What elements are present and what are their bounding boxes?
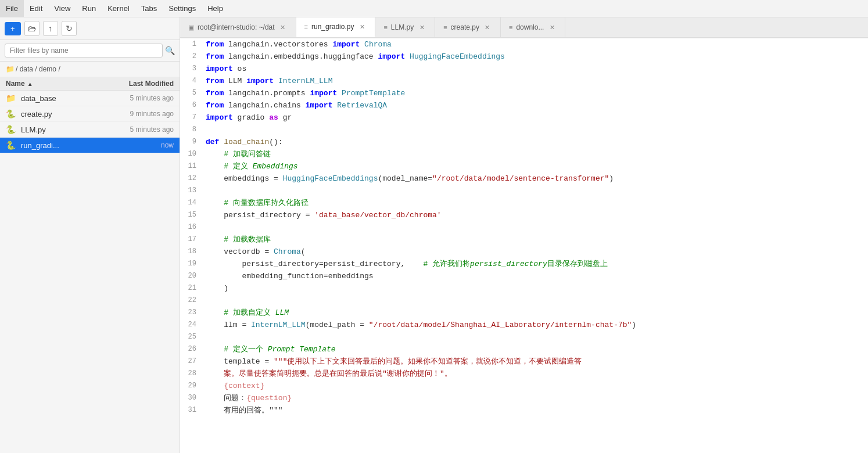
tab-downlo[interactable]: ≡ downlo... ✕ [501,17,565,37]
line-number: 28 [180,368,203,380]
menu-bar: File Edit View Run Kernel Tabs Settings … [0,0,868,17]
line-content: persist_directory = 'data_base/vector_db… [203,209,868,221]
menu-file[interactable]: File [0,0,24,17]
code-line: 22 [180,294,868,307]
file-modified: 5 minutes ago [98,125,174,134]
file-browser-sidebar: + 🗁 ↑ ↻ 🔍 📁 / data / demo / Name [0,17,180,453]
line-content [203,331,868,343]
line-number: 22 [180,294,203,307]
code-editor[interactable]: 1from langchain.vectorstores import Chro… [180,38,868,453]
line-number: 19 [180,258,203,270]
tab-create[interactable]: ≡ create.py ✕ [435,17,501,37]
line-number: 4 [180,75,203,87]
line-number: 17 [180,233,203,246]
tab-label: LLM.py [391,23,414,31]
line-number: 11 [180,160,203,172]
tab-llm[interactable]: ≡ LLM.py ✕ [375,17,435,37]
tab-label: create.py [451,23,479,31]
code-line: 5from langchain.prompts import PromptTem… [180,87,868,99]
code-line: 4from LLM import InternLM_LLM [180,75,868,87]
code-line: 21 ) [180,282,868,294]
line-content: from langchain.chains import RetrievalQA [203,99,868,112]
menu-settings[interactable]: Settings [163,0,202,17]
tab-close-button[interactable]: ✕ [483,23,492,32]
code-line: 15 persist_directory = 'data_base/vector… [180,209,868,221]
menu-run[interactable]: Run [76,0,102,17]
list-item[interactable]: 🐍 LLM.py 5 minutes ago [0,122,180,138]
line-content: # 定义一个 Prompt Template [203,343,868,355]
line-content: ) [203,282,868,294]
search-input[interactable] [5,44,163,57]
line-number: 7 [180,112,203,124]
line-number: 12 [180,172,203,185]
code-line: 19 persist_directory=persist_directory, … [180,258,868,270]
refresh-icon: ↻ [66,24,73,33]
code-line: 3import os [180,63,868,75]
code-line: 23 # 加载自定义 LLM [180,307,868,319]
line-number: 6 [180,99,203,112]
code-line: 18 vectordb = Chroma( [180,246,868,258]
line-number: 23 [180,307,203,319]
code-line: 12 embeddings = HuggingFaceEmbeddings(mo… [180,172,868,185]
line-content [203,294,868,307]
new-file-button[interactable]: + [5,22,21,35]
sort-asc-icon: ▲ [27,81,33,87]
menu-edit[interactable]: Edit [24,0,48,17]
line-content: from LLM import InternLM_LLM [203,75,868,87]
menu-kernel[interactable]: Kernel [102,0,135,17]
tab-run-gradio[interactable]: ≡ run_gradio.py ✕ [296,17,376,37]
upload-button[interactable]: ↑ [43,21,58,36]
line-content: # 加载问答链 [203,148,868,160]
tab-close-button[interactable]: ✕ [357,22,367,31]
folder-icon-small: 📁 [6,65,15,73]
line-number: 5 [180,87,203,99]
line-content: embeddings = HuggingFaceEmbeddings(model… [203,172,868,185]
tab-close-button[interactable]: ✕ [417,23,426,32]
code-line: 27 template = """使用以下上下文来回答最后的问题。如果你不知道答… [180,355,868,368]
file-modified: 5 minutes ago [98,94,174,102]
code-line: 11 # 定义 Embeddings [180,160,868,172]
python-active-icon: 🐍 [6,141,17,150]
menu-help[interactable]: Help [202,0,229,17]
sidebar-toolbar: + 🗁 ↑ ↻ [0,17,180,40]
line-content: # 加载数据库 [203,233,868,246]
line-number: 18 [180,246,203,258]
tab-close-button[interactable]: ✕ [278,23,288,32]
list-item-active[interactable]: 🐍 run_gradi... now [0,138,180,153]
line-number: 20 [180,270,203,282]
code-line: 1from langchain.vectorstores import Chro… [180,38,868,51]
list-item[interactable]: 📁 data_base 5 minutes ago [0,91,180,106]
line-content [203,124,868,136]
file-modified: now [98,141,174,149]
breadcrumb-path: / data / demo / [16,65,60,73]
modified-column-header[interactable]: Last Modified [98,80,174,88]
code-line: 29 {context} [180,380,868,392]
file-name: run_gradi... [21,141,98,150]
line-number: 31 [180,404,203,416]
line-number: 26 [180,343,203,355]
tab-close-button[interactable]: ✕ [547,23,557,32]
tab-terminal[interactable]: ▣ root@intern-studio: ~/dat ✕ [180,17,296,37]
code-line: 6from langchain.chains import RetrievalQ… [180,99,868,112]
breadcrumb: 📁 / data / demo / [0,62,180,77]
line-content: template = """使用以下上下文来回答最后的问题。如果你不知道答案，就… [203,355,868,368]
line-number: 21 [180,282,203,294]
tab-label: downlo... [516,23,544,31]
code-line: 28 案。尽量使答案简明扼要。总是在回答的最后说"谢谢你的提问！"。 [180,368,868,380]
code-line: 16 [180,221,868,233]
menu-view[interactable]: View [48,0,76,17]
file-name: data_base [21,94,98,103]
menu-tabs[interactable]: Tabs [135,0,163,17]
tabs-bar: ▣ root@intern-studio: ~/dat ✕ ≡ run_grad… [180,17,868,38]
new-folder-button[interactable]: 🗁 [24,21,40,36]
plus-icon: + [10,24,15,33]
line-number: 2 [180,51,203,63]
refresh-button[interactable]: ↻ [62,21,77,36]
line-content: import os [203,63,868,75]
line-content: vectordb = Chroma( [203,246,868,258]
list-item[interactable]: 🐍 create.py 9 minutes ago [0,106,180,122]
name-column-header[interactable]: Name ▲ [6,80,98,88]
line-content: llm = InternLM_LLM(model_path = "/root/d… [203,319,868,331]
line-number: 27 [180,355,203,368]
line-content: from langchain.embeddings.huggingface im… [203,51,868,63]
